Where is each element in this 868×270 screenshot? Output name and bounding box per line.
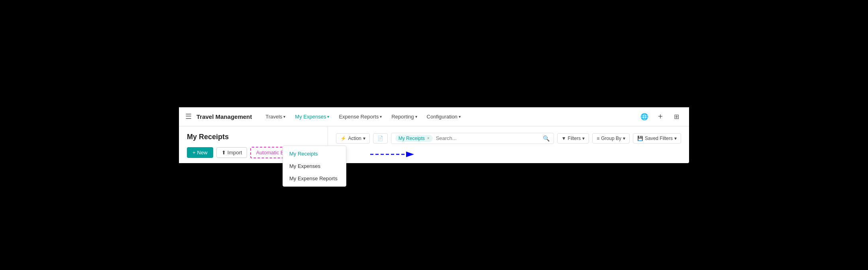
nav-item-expense-reports[interactable]: Expense Reports ▾ [335, 111, 386, 122]
dropdown-label-my-receipts: My Receipts [289, 151, 318, 157]
grid-icon: ⊞ [674, 113, 679, 120]
saved-filters-label: Saved Filters [645, 136, 673, 141]
group-by-button[interactable]: ≡ Group By ▾ [592, 133, 630, 144]
app-window: ☰ Travel Management Travels ▾ My Expense… [179, 107, 689, 163]
filter-tag-my-receipts: My Receipts × [395, 135, 433, 142]
dropdown-item-my-expense-reports[interactable]: My Expense Reports [283, 172, 346, 185]
filter-icon: ▼ [562, 136, 566, 141]
action-label: Action [348, 136, 361, 141]
new-button-label: New [197, 150, 208, 156]
dropdown-item-my-expenses[interactable]: My Expenses [283, 160, 346, 172]
add-icon-button[interactable]: + [654, 110, 667, 123]
nav-item-my-expenses[interactable]: My Expenses ▾ [291, 111, 333, 122]
import-button[interactable]: ⬆ Import [216, 147, 247, 158]
svg-marker-1 [406, 152, 414, 157]
group-by-label: Group By [601, 136, 621, 141]
hamburger-icon[interactable]: ☰ [185, 112, 192, 121]
import-button-label: Import [228, 150, 242, 156]
nav-item-configuration[interactable]: Configuration ▾ [423, 111, 465, 122]
chevron-down-icon: ▾ [674, 136, 677, 141]
app-brand: Travel Management [196, 113, 252, 120]
new-button[interactable]: + New [187, 147, 213, 158]
filters-label: Filters [568, 136, 581, 141]
dropdown-label-my-expenses: My Expenses [289, 163, 320, 169]
chevron-down-icon: ▾ [363, 136, 365, 141]
export-button[interactable]: 📄 [373, 133, 388, 144]
nav-item-travels[interactable]: Travels ▾ [261, 111, 289, 122]
apps-icon-button[interactable]: ⊞ [670, 110, 683, 123]
nav-label-travels: Travels [265, 114, 282, 120]
toolbar-row: ⚡ Action ▾ 📄 My Receipts × 🔍 [336, 133, 681, 144]
plus-icon: + [658, 112, 663, 121]
navbar-actions: 🌐 + ⊞ [638, 110, 683, 123]
search-icon[interactable]: 🔍 [543, 135, 550, 142]
navbar: ☰ Travel Management Travels ▾ My Expense… [179, 107, 689, 126]
dropdown-label-my-expense-reports: My Expense Reports [289, 175, 338, 181]
search-input[interactable] [436, 135, 540, 141]
group-by-icon: ≡ [597, 136, 599, 141]
arrow-annotation [370, 148, 418, 160]
globe-icon: 🌐 [640, 113, 648, 120]
upload-icon: ⬆ [222, 150, 226, 156]
filters-button[interactable]: ▼ Filters ▾ [557, 133, 589, 144]
filter-tag-remove[interactable]: × [427, 136, 430, 140]
chevron-down-icon: ▾ [380, 114, 382, 119]
chevron-down-icon: ▾ [327, 114, 329, 119]
help-icon-button[interactable]: 🌐 [638, 110, 651, 123]
search-area: My Receipts × 🔍 [391, 133, 554, 144]
dropdown-item-my-receipts[interactable]: My Receipts [283, 148, 346, 160]
chevron-down-icon: ▾ [415, 114, 417, 119]
my-expenses-dropdown: My Receipts My Expenses My Expense Repor… [283, 146, 346, 187]
nav-label-reporting: Reporting [391, 114, 414, 120]
plus-icon: + [192, 150, 196, 156]
action-button[interactable]: ⚡ Action ▾ [336, 133, 369, 144]
nav-label-my-expenses: My Expenses [295, 114, 326, 120]
sub-area: My Receipts + New ⬆ Import Automatic Exp… [179, 126, 689, 163]
nav-label-configuration: Configuration [427, 114, 458, 120]
saved-filters-button[interactable]: 💾 Saved Filters ▾ [633, 133, 681, 144]
chevron-down-icon: ▾ [582, 136, 585, 141]
filter-tag-label: My Receipts [399, 136, 425, 141]
chevron-down-icon: ▾ [283, 114, 285, 119]
navbar-nav: Travels ▾ My Expenses ▾ Expense Reports … [261, 111, 638, 122]
saved-filters-icon: 💾 [637, 136, 643, 141]
nav-label-expense-reports: Expense Reports [339, 114, 379, 120]
page-title: My Receipts [187, 133, 320, 141]
export-icon: 📄 [377, 136, 383, 141]
action-icon: ⚡ [340, 136, 346, 141]
chevron-down-icon: ▾ [459, 114, 461, 119]
chevron-down-icon: ▾ [623, 136, 625, 141]
nav-item-reporting[interactable]: Reporting ▾ [387, 111, 421, 122]
